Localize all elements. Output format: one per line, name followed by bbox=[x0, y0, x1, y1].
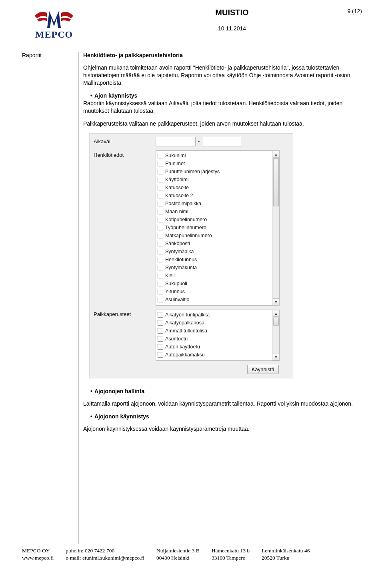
checkbox-icon[interactable] bbox=[158, 257, 163, 262]
list-item[interactable]: Matkapuhelinnumero bbox=[156, 232, 272, 240]
footer-addr1-line2: 00400 Helsinki bbox=[156, 554, 200, 562]
footer-website: www.mepco.fi bbox=[22, 554, 54, 562]
list-item[interactable]: Katuosoite bbox=[156, 184, 272, 192]
checkbox-icon[interactable] bbox=[158, 233, 163, 238]
checkbox-icon[interactable] bbox=[158, 241, 163, 246]
checkbox-icon[interactable] bbox=[158, 320, 163, 326]
list-item-label: Etunimet bbox=[165, 161, 185, 166]
checkbox-icon[interactable] bbox=[158, 217, 163, 222]
checkbox-icon[interactable] bbox=[158, 328, 163, 334]
list-item[interactable]: Autopaikkamaksu bbox=[156, 351, 272, 359]
list-item-label: Y-tunnus bbox=[165, 289, 185, 294]
list-item[interactable]: Y-tunnus bbox=[156, 288, 272, 296]
checkbox-icon[interactable] bbox=[158, 209, 163, 214]
bullet2-para: Laittamalla raportti ajojonoon, voidaan … bbox=[83, 400, 360, 408]
palkkaperusteet-listbox[interactable]: Aikatyön tuntipalkkaAikatyöpalkanosaAmma… bbox=[156, 310, 280, 361]
list-item[interactable]: Sukupuoli bbox=[156, 280, 272, 288]
list-item[interactable]: Postitoimipaikka bbox=[156, 200, 272, 208]
checkbox-icon[interactable] bbox=[158, 281, 163, 286]
bullet-icon: • bbox=[83, 413, 94, 420]
henkilotiedot-listbox[interactable]: SukunimiEtunimetPuhuttelunimen järjestys… bbox=[156, 150, 280, 306]
list-item[interactable]: Ammattitutkintolisä bbox=[156, 327, 272, 335]
bullet1-para1: Raportin käynnistyksessä valitaan Aikavä… bbox=[83, 100, 360, 115]
scrollbar[interactable]: ▲ ▼ bbox=[272, 310, 279, 360]
checkbox-icon[interactable] bbox=[158, 193, 163, 198]
list-item[interactable]: Henkilötunnus bbox=[156, 256, 272, 264]
list-item-label: Auton käyttöetu bbox=[165, 344, 200, 350]
list-item[interactable]: Käyttönimi bbox=[156, 176, 272, 184]
footer-addr2-line2: 33100 Tampere bbox=[212, 554, 250, 562]
bullet-title-2: Ajojonojen hallinta bbox=[94, 388, 144, 394]
bullet-title-1: Ajon käynnistys bbox=[94, 92, 137, 99]
list-item-label: Kotipuhelinnumero bbox=[165, 217, 207, 222]
list-item[interactable]: Aikatyön tuntipalkka bbox=[156, 311, 272, 319]
list-item-label: Sukupuoli bbox=[165, 281, 187, 286]
scroll-down-icon[interactable]: ▼ bbox=[273, 354, 279, 360]
list-item[interactable]: Kotipuhelinnumero bbox=[156, 216, 272, 224]
list-item[interactable]: Työpuhelinnumero bbox=[156, 224, 272, 232]
scroll-thumb[interactable] bbox=[273, 318, 279, 326]
checkbox-icon[interactable] bbox=[158, 289, 163, 294]
list-item[interactable]: Asuinvaltio bbox=[156, 296, 272, 304]
checkbox-icon[interactable] bbox=[158, 312, 163, 318]
checkbox-icon[interactable] bbox=[158, 161, 163, 166]
checkbox-icon[interactable] bbox=[158, 344, 163, 350]
list-item[interactable]: Sukunimi bbox=[156, 152, 272, 160]
checkbox-icon[interactable] bbox=[158, 225, 163, 230]
list-item[interactable]: Kieli bbox=[156, 272, 272, 280]
footer-addr3-line2: 20520 Turku bbox=[262, 554, 310, 562]
list-item[interactable]: Puhuttelunimen järjestys bbox=[156, 168, 272, 176]
list-item[interactable]: Maan nimi bbox=[156, 208, 272, 216]
list-item[interactable]: Aikatyöpalkanosa bbox=[156, 319, 272, 327]
checkbox-icon[interactable] bbox=[158, 177, 163, 182]
date-to-input[interactable] bbox=[202, 137, 242, 146]
list-item[interactable]: Asuntoetu bbox=[156, 335, 272, 343]
scroll-down-icon[interactable]: ▼ bbox=[273, 298, 279, 305]
footer-phone: puhelin: 020 7422 700 bbox=[66, 547, 144, 554]
left-section-label: Raportit bbox=[22, 52, 42, 58]
wings-m-icon bbox=[34, 8, 74, 30]
list-item[interactable]: Syntymäaika bbox=[156, 248, 272, 256]
checkbox-icon[interactable] bbox=[158, 185, 163, 190]
scrollbar[interactable]: ▲ ▼ bbox=[272, 151, 279, 305]
list-item-label: Maan nimi bbox=[165, 209, 188, 214]
list-item[interactable]: Auton käyttöetu bbox=[156, 343, 272, 351]
section-heading: Henkilötieto- ja palkkaperustehistoria bbox=[83, 52, 183, 58]
list-item-label: Katuosoite 2 bbox=[165, 193, 193, 198]
checkbox-icon[interactable] bbox=[158, 169, 163, 174]
list-item-label: Puhuttelunimen järjestys bbox=[165, 169, 220, 174]
page-number: 9 (12) bbox=[347, 8, 362, 14]
label-palkkaperusteet: Palkkaperusteet bbox=[94, 310, 156, 317]
checkbox-icon[interactable] bbox=[158, 297, 163, 302]
footer: MEPCO OY www.mepco.fi puhelin: 020 7422 … bbox=[22, 544, 362, 562]
scroll-up-icon[interactable]: ▲ bbox=[273, 151, 279, 158]
list-item[interactable]: Syntymäkunta bbox=[156, 264, 272, 272]
launch-button[interactable]: Käynnistä bbox=[247, 365, 279, 374]
list-item-label: Aikatyöpalkanosa bbox=[165, 320, 204, 326]
list-item-label: Sukunimi bbox=[165, 153, 186, 158]
list-item[interactable]: Etunimet bbox=[156, 160, 272, 168]
date-from-input[interactable] bbox=[156, 137, 196, 146]
footer-email: e-mail: etunimi.sukunimi@mepco.fi bbox=[66, 554, 144, 562]
list-item[interactable]: Sähköposti bbox=[156, 240, 272, 248]
list-item-label: Käyttönimi bbox=[165, 177, 188, 182]
scroll-up-icon[interactable]: ▲ bbox=[273, 310, 279, 317]
list-item-label: Asuntoetu bbox=[165, 336, 188, 342]
checkbox-icon[interactable] bbox=[158, 153, 163, 158]
list-item-label: Syntymäkunta bbox=[165, 265, 197, 270]
checkbox-icon[interactable] bbox=[158, 265, 163, 270]
checkbox-icon[interactable] bbox=[158, 273, 163, 278]
scroll-thumb[interactable] bbox=[273, 158, 279, 206]
list-item-label: Työpuhelinnumero bbox=[165, 225, 206, 230]
checkbox-icon[interactable] bbox=[158, 352, 163, 358]
footer-addr2-line1: Hämeenkatu 13 b bbox=[212, 547, 250, 554]
list-item-label: Matkapuhelinnumero bbox=[165, 233, 212, 238]
list-item-label: Syntymäaika bbox=[165, 249, 194, 254]
list-item-label: Sähköposti bbox=[165, 241, 190, 246]
checkbox-icon[interactable] bbox=[158, 249, 163, 254]
checkbox-icon[interactable] bbox=[158, 201, 163, 206]
bullet-icon: • bbox=[83, 388, 94, 394]
footer-addr1-line1: Nuijamiestentie 3 B bbox=[156, 547, 200, 554]
list-item[interactable]: Katuosoite 2 bbox=[156, 192, 272, 200]
checkbox-icon[interactable] bbox=[158, 336, 163, 342]
